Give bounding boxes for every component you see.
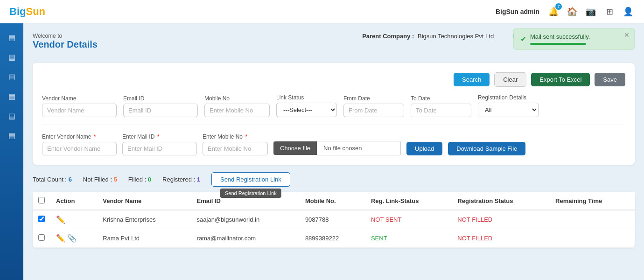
sidebar-item-5[interactable]: ▤ [3,107,20,124]
welcome-text: Welcome to [33,33,98,39]
choose-file-button[interactable]: Choose file [273,141,317,155]
sidebar-item-2[interactable]: ▤ [3,49,20,65]
save-button[interactable]: Save [595,73,625,86]
table-wrapper: Action Vendor Name Email ID Mobile No. R… [33,192,635,248]
grid-icon[interactable]: ⊞ [603,5,616,18]
home-icon[interactable]: 🏠 [566,5,579,18]
stats-row: Total Count : 6 Not Filled : 5 Filled : … [33,172,635,187]
send-link-tooltip: Send Registration Link [220,189,281,198]
sidebar-item-4[interactable]: ▤ [3,88,20,105]
main-content: Welcome to Vendor Details Parent Company… [23,23,644,280]
reg-link-status-cell: NOT SENT [365,210,452,229]
enter-mail-id-label: Enter Mail ID * [122,133,197,140]
edit-icon[interactable]: ✏️ [56,216,65,224]
mobile-cell: 9087788 [300,210,365,229]
col-action: Action [50,192,97,210]
col-reg-status: Registration Status [452,192,550,210]
file-upload-group: Choose file No file chosen [273,133,401,155]
sidebar-item-1[interactable]: ▤ [3,29,20,46]
header-icons: 🔔 7 🏠 📷 ⊞ 👤 [547,5,635,18]
row-checkbox[interactable] [38,234,45,241]
download-btn-group: Download Sample File [448,133,525,155]
registration-status-cell: NOT FILLED [452,210,550,229]
to-date-filter: To Date [411,95,471,117]
send-registration-link-button[interactable]: Send Registration Link [211,172,290,187]
email-id-filter: Email ID [123,95,198,117]
send-link-wrapper: Send Registration Link Send Registration… [211,172,290,187]
required-star: * [94,133,96,140]
enter-mail-id-input[interactable] [122,142,197,155]
col-vendor-name: Vendor Name [97,192,191,210]
filter-card: Search Clear Export To Excel Save Vendor… [33,63,635,165]
reg-details-select[interactable]: All Filled Not Filled [478,103,539,117]
enter-mobile-no-input[interactable] [203,142,268,155]
vendor-table: Action Vendor Name Email ID Mobile No. R… [33,192,635,248]
filled-count: Filled : 0 [128,176,151,183]
download-sample-button[interactable]: Download Sample File [448,142,525,155]
sidebar: ▤ ▤ ▤ ▤ ▤ ▤ [0,23,23,280]
header: BigSun BigSun admin 🔔 7 🏠 📷 ⊞ 👤 [0,0,644,23]
reg-link-status-cell: SENT [365,229,452,248]
not-filled-count: Not Filled : 5 [83,176,117,183]
from-date-input[interactable] [343,104,404,117]
upload-button[interactable]: Upload [406,142,442,155]
required-star-mail: * [157,133,160,140]
clear-button[interactable]: Clear [494,72,526,87]
mobile-cell: 8899389222 [300,229,365,248]
enter-vendor-name-input[interactable] [42,142,117,155]
col-mobile-no: Mobile No. [300,192,365,210]
page-header: Welcome to Vendor Details [33,33,98,50]
select-all-checkbox[interactable] [38,197,45,203]
toast-close-button[interactable]: ✕ [624,31,630,39]
email-cell: saajan@bigsunworld.in [191,210,300,229]
email-id-input[interactable] [123,104,198,117]
enter-vendor-name-label: Enter Vendor Name * [42,133,117,140]
notification-icon[interactable]: 🔔 7 [547,5,560,18]
vendor-name-input[interactable] [42,104,117,117]
notif-badge: 7 [555,3,562,10]
upload-row: Enter Vendor Name * Enter Mail ID * Ente… [42,133,625,155]
attachment-icon[interactable]: 📎 [65,234,77,242]
action-cell: ✏️ [50,210,97,229]
file-upload-label [273,133,401,139]
to-date-input[interactable] [411,104,471,117]
vendor-name-cell: Rama Pvt Ltd [97,229,191,248]
col-remaining-time: Remaining Time [550,192,635,210]
toast-notification: ✔ Mail sent successfully. ✕ [513,28,635,50]
vendor-name-filter: Vendor Name [42,95,117,117]
enter-vendor-name-group: Enter Vendor Name * [42,133,117,155]
to-date-label: To Date [411,95,471,102]
link-status-select[interactable]: ---Select--- SENT NOT SENT [276,103,337,117]
header-right: BigSun admin 🔔 7 🏠 📷 ⊞ 👤 [496,5,635,18]
table-row: ✏️ 📎Rama Pvt Ltdrama@mailinator.com88993… [33,229,635,248]
filters-row: Vendor Name Email ID Mobile No Link Stat… [42,94,625,117]
enter-mobile-no-label: Enter Mobile No * [203,133,268,140]
no-file-chosen-text: No file chosen [317,141,401,155]
sidebar-item-6[interactable]: ▤ [3,127,20,144]
header-username: BigSun admin [496,8,539,15]
link-status-label: Link Status [276,94,337,101]
from-date-filter: From Date [343,95,404,117]
user-icon[interactable]: 👤 [622,5,635,18]
vendor-name-label: Vendor Name [42,95,117,102]
page-title: Vendor Details [33,39,98,50]
vendor-table-card: Action Vendor Name Email ID Mobile No. R… [33,192,635,248]
reg-details-label: Registration Details [478,94,539,101]
parent-company-label: Parent Company : Bigsun Technologies Pvt… [362,33,494,40]
link-status-filter: Link Status ---Select--- SENT NOT SENT [276,94,337,117]
camera-icon[interactable]: 📷 [584,5,597,18]
enter-mobile-no-group: Enter Mobile No * [203,133,268,155]
required-star-mobile: * [245,133,247,140]
search-button[interactable]: Search [454,73,490,86]
toast-icon: ✔ [520,35,526,43]
row-checkbox[interactable] [38,216,45,222]
edit-icon[interactable]: ✏️ [56,234,65,242]
remaining-time-cell [550,210,635,229]
sidebar-item-3[interactable]: ▤ [3,68,20,85]
export-excel-button[interactable]: Export To Excel [531,73,590,86]
toast-message: Mail sent successfully. [530,33,590,40]
from-date-label: From Date [343,95,404,102]
vendor-name-cell: Krishna Enterprises [97,210,191,229]
col-reg-link-status: Reg. Link-Status [365,192,452,210]
mobile-no-input[interactable] [204,104,270,117]
